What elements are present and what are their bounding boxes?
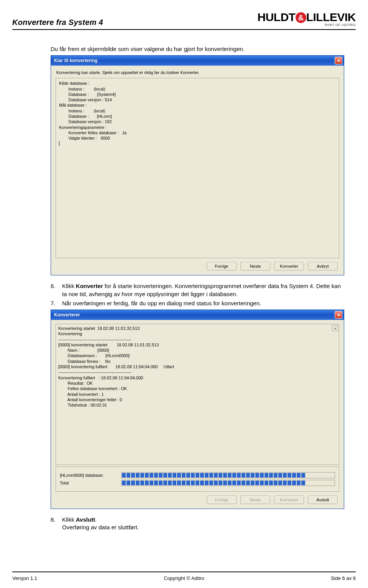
ampersand-icon: & [296, 12, 306, 23]
footer-version: Versjon 1.1 [12, 575, 37, 581]
step-8: 8. Klikk Avslutt. Overføring av data er … [51, 516, 344, 532]
convert-button: Konverter [274, 496, 304, 504]
progress-db-label: [HLonn0000] database: [60, 473, 121, 478]
close-icon[interactable]: ✕ [335, 311, 342, 319]
finish-button[interactable]: Avslutt [308, 496, 338, 504]
footer-copyright: Copyright © Aditro [164, 575, 204, 581]
footer-page-number: Side 6 av 8 [331, 575, 356, 581]
page-title: Konvertere fra System 4 [12, 18, 103, 27]
progress-total-label: Total [60, 481, 121, 485]
cancel-button[interactable]: Avbryt [308, 262, 338, 270]
prev-button: Forrige [207, 496, 237, 504]
page-footer: Versjon 1.1 Copyright © Aditro Side 6 av… [12, 575, 356, 581]
footer-rule [12, 572, 356, 572]
step-7: 7. Når overføringen er ferdig, får du op… [51, 300, 344, 307]
next-button: Neste [240, 496, 270, 504]
config-summary: Kilde database : Instans : (local) Datab… [59, 81, 336, 141]
dialog-hint: Konvertering kan starte. Sjekk om oppset… [56, 70, 338, 75]
prev-button[interactable]: Forrige [207, 262, 237, 270]
dialog-title: Klar til konvertering [54, 58, 97, 63]
progress-db-bar [121, 472, 335, 478]
progress-total-bar [121, 480, 335, 486]
header-rule [12, 29, 356, 30]
next-button[interactable]: Neste [240, 262, 270, 270]
brand-logo: HULDT&LILLEVIK PART OF ADITRO [258, 12, 356, 27]
dialog-title: Konverterer [54, 312, 80, 318]
intro-text: Du får frem et skjermbilde som viser val… [51, 45, 344, 53]
convert-button[interactable]: Konverter [274, 262, 304, 270]
scroll-up-icon[interactable]: ▴ [332, 325, 338, 331]
close-icon[interactable]: ✕ [335, 57, 342, 64]
dialog-klar-til-konvertering: Klar til konvertering ✕ Konvertering kan… [51, 55, 344, 275]
step-6: 6. Klikk Konverter for å starte konverte… [51, 282, 344, 298]
dialog-konverterer: Konverterer ✕ Konvertering startet 18.02… [51, 310, 344, 509]
conversion-log: Konvertering startet 18.02.08 11:01:32.5… [58, 326, 337, 408]
